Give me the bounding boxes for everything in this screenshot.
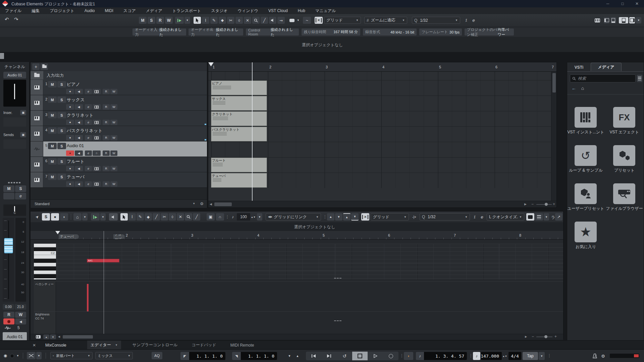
menu-midi[interactable]: MIDI [100, 8, 118, 13]
pre-record-button[interactable]: ◗ [404, 352, 413, 360]
io-row[interactable]: 入力/出力 [31, 71, 207, 80]
zoom-slider-thumb[interactable] [545, 203, 548, 206]
lane-grid[interactable]: ピアノ サックス クラリネット バスクラリネット フルート テューバ [208, 72, 556, 188]
key-b1[interactable] [34, 255, 56, 259]
media-back-button[interactable]: ← [570, 84, 578, 92]
tap-options[interactable]: ▼ [539, 352, 545, 360]
track-write-button[interactable]: W [110, 166, 117, 171]
autoscroll-options-button[interactable]: ▼ [184, 17, 190, 24]
menu-score[interactable]: スコア [118, 8, 141, 14]
editor-tool-split[interactable]: ✂ [161, 213, 168, 221]
key-a1[interactable] [34, 263, 56, 266]
velocity-lane[interactable]: ベロシティー ベロシティー [34, 281, 563, 312]
track-instrument-button[interactable] [93, 104, 101, 110]
snap-zero-crossing-button[interactable]: ~ [303, 17, 311, 24]
tab-mixconsole[interactable]: MixConsole [45, 343, 66, 348]
editor-tool-line2[interactable]: ╱ [193, 213, 200, 221]
arrange-hscrollbar[interactable]: ◀ ▶ − + [208, 201, 556, 208]
track-write-button[interactable]: W [110, 181, 117, 187]
snap-button[interactable]: ✕ [315, 17, 323, 24]
close-lower-zone-icon[interactable]: ✕ [33, 343, 36, 347]
key-f1[interactable] [34, 278, 56, 280]
track-edit-button[interactable]: e [85, 135, 92, 140]
menu-audio[interactable]: Audio [79, 8, 100, 13]
track-solo-button[interactable]: S [57, 174, 66, 180]
move-down-more-button[interactable]: ▼ [351, 213, 359, 221]
editor-quantize-dropdown[interactable]: Q1/32▼ [420, 213, 470, 221]
minimize-button[interactable]: ─ [600, 0, 615, 7]
key-g1[interactable] [34, 270, 56, 274]
fader-cap[interactable] [4, 238, 13, 253]
arrange-ruler[interactable]: 1 2 3 4 5 6 7 [208, 62, 556, 72]
track-edit-button[interactable]: e [85, 104, 92, 110]
track-record-button[interactable]: ● [66, 135, 74, 140]
editor-solo-button[interactable]: S [42, 213, 50, 221]
track-solo-button[interactable]: S [57, 81, 66, 87]
editor-ruler[interactable]: テューバ テューバ 2 3 4 5 6 7 8 [31, 231, 563, 240]
play-button[interactable] [368, 352, 383, 360]
zoom-slider[interactable] [536, 204, 552, 205]
editor-grid-dropdown[interactable]: グリッド▼ [371, 213, 409, 221]
fade-options[interactable]: ▼ [36, 352, 42, 359]
track-record-button[interactable]: ● [66, 120, 74, 125]
record-mode-dropdown[interactable]: ◦新規パート▼ [50, 352, 93, 359]
tool-line[interactable]: ╱ [261, 17, 268, 24]
scroll-left-icon[interactable]: ◀ [58, 336, 60, 338]
editor-tool-select[interactable] [120, 213, 128, 221]
marker-comment-button[interactable] [288, 17, 296, 24]
track-solo-button[interactable]: S [57, 158, 66, 165]
kebab-icon[interactable]: ⋮ [400, 354, 404, 358]
acoustic-feedback-button[interactable]: ● [51, 213, 59, 221]
move-up-button[interactable]: ▲ [327, 213, 334, 221]
scroll-right-icon[interactable]: ▶ [525, 336, 527, 338]
zoom-in-icon[interactable]: + [553, 202, 555, 206]
time-signature-display[interactable]: 4/4 [508, 352, 521, 360]
inspector-track-button[interactable]: Audio 01 [3, 72, 26, 78]
menu-edit[interactable]: 編集 [26, 8, 45, 14]
footer-gear-icon[interactable]: ⚙ [200, 202, 204, 206]
undo-button[interactable]: ↶ [5, 17, 9, 22]
splitter-handle[interactable] [0, 53, 4, 59]
editor-autoscroll-button[interactable]: ▶ [91, 213, 100, 221]
editor-home-options[interactable]: ▼ [82, 213, 88, 221]
track-edit-button[interactable]: e [85, 89, 92, 94]
curve-button[interactable]: ∩ [216, 213, 224, 221]
track-instrument-button[interactable] [93, 181, 101, 187]
track-monitor-button[interactable]: ◀ [75, 166, 83, 171]
snap-type-dropdown[interactable]: グリッド▼ [324, 17, 361, 24]
track-read-button[interactable]: R [103, 166, 110, 171]
visibility-options-button[interactable] [535, 213, 543, 221]
track-row-piano[interactable]: 1 M S ピアノ ● ◀ e R W [31, 80, 207, 95]
maximize-button[interactable]: □ [615, 0, 630, 7]
activity-output-icon[interactable]: ◉ [2, 352, 9, 359]
write-all-button[interactable]: W [165, 17, 173, 24]
strip-drag-handle[interactable] [8, 182, 21, 183]
feedback-mode-button[interactable]: ◗ [60, 213, 68, 221]
track-mute-button[interactable]: M [48, 112, 57, 118]
punch-out-button[interactable]: ▲ [294, 352, 301, 360]
tap-tempo-button[interactable]: Tap [523, 352, 538, 360]
record-button[interactable] [383, 352, 398, 360]
keyboard-display-button[interactable] [35, 335, 42, 339]
editor-iq-button[interactable]: ⁒ [471, 213, 478, 221]
inserts-section[interactable]: Inser. ▣ [3, 109, 26, 116]
punch-in-button[interactable]: ▼ [286, 352, 293, 360]
scroll-left-icon[interactable]: ◀ [210, 203, 212, 206]
editor-hscroll-thumb[interactable] [63, 335, 93, 339]
project-start-marker[interactable] [208, 62, 214, 69]
event-piano[interactable]: ピアノ [211, 80, 267, 95]
tile-file-browser[interactable] [613, 183, 635, 204]
track-freeze-button[interactable]: ○ [93, 150, 101, 156]
track-name[interactable]: ピアノ [67, 81, 80, 87]
tool-zoom[interactable] [252, 17, 260, 24]
velocity-bar[interactable] [87, 284, 89, 312]
time-format-button[interactable]: ♪ [416, 352, 424, 360]
solo-all-button[interactable]: S [148, 17, 155, 24]
tab-midi-remote[interactable]: MIDI Remote [230, 343, 254, 348]
track-record-button[interactable]: ● [66, 150, 74, 156]
channel-thumbnail[interactable] [3, 80, 26, 107]
menu-file[interactable]: ファイル [0, 8, 26, 14]
track-instrument-button[interactable] [93, 135, 101, 140]
menu-window[interactable]: ウィンドウ [233, 8, 263, 14]
track-mute-button[interactable]: M [48, 127, 57, 134]
